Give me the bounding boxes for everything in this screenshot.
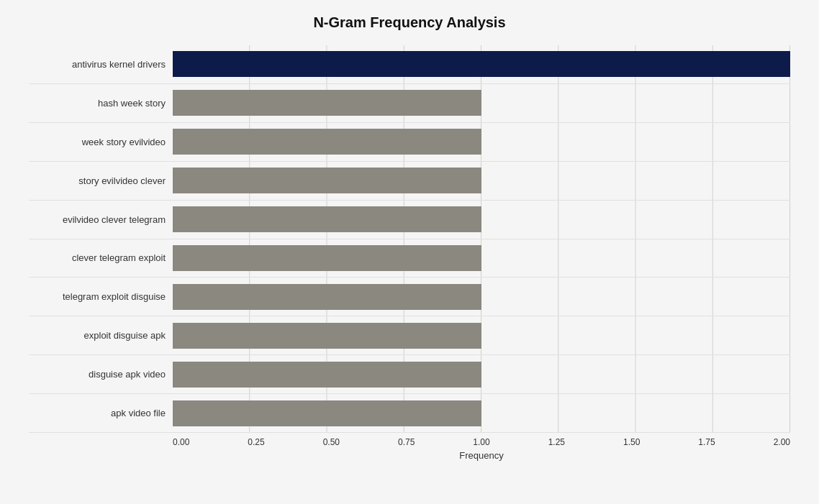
x-tick: 1.00 <box>473 437 489 447</box>
bar <box>173 362 481 388</box>
bar-area <box>173 394 790 432</box>
bar <box>173 206 481 232</box>
x-axis-label: Frequency <box>173 450 790 461</box>
bar <box>173 168 481 193</box>
bar-row: antivirus kernel drivers <box>29 45 790 84</box>
bar-row: evilvideo clever telegram <box>29 201 790 239</box>
chart-container: N-Gram Frequency Analysis antivirus kern… <box>0 0 819 504</box>
bar-row: clever telegram exploit <box>29 239 790 278</box>
bar-label: story evilvideo clever <box>29 175 173 186</box>
bar-label: telegram exploit disguise <box>29 291 173 302</box>
bar-row: disguise apk video <box>29 355 790 394</box>
x-tick: 0.75 <box>398 437 415 447</box>
bar-area <box>173 84 790 122</box>
bar-label: exploit disguise apk <box>29 330 173 341</box>
bar-row: week story evilvideo <box>29 123 790 162</box>
x-tick: 1.75 <box>698 437 715 447</box>
x-tick: 0.00 <box>173 437 189 447</box>
x-tick: 0.25 <box>248 437 264 447</box>
bar-label: apk video file <box>29 408 173 418</box>
chart-area: antivirus kernel drivershash week storyw… <box>29 45 790 461</box>
x-ticks: 0.000.250.500.751.001.251.501.752.00 <box>173 437 790 447</box>
bar-row: story evilvideo clever <box>29 162 790 201</box>
bar-label: evilvideo clever telegram <box>29 214 173 225</box>
x-tick: 1.25 <box>548 437 565 447</box>
bar <box>173 245 481 271</box>
bar-row: telegram exploit disguise <box>29 278 790 316</box>
bar-row: hash week story <box>29 84 790 123</box>
bar-row: exploit disguise apk <box>29 316 790 355</box>
bar <box>173 323 481 349</box>
bar <box>173 400 481 426</box>
bar-area <box>173 201 790 239</box>
bar-label: antivirus kernel drivers <box>29 59 173 70</box>
bar-label: disguise apk video <box>29 369 173 380</box>
chart-title: N-Gram Frequency Analysis <box>29 14 790 31</box>
bar-area <box>173 162 790 200</box>
bar-area <box>173 45 790 83</box>
bar-row: apk video file <box>29 394 790 433</box>
bar-label: week story evilvideo <box>29 137 173 147</box>
bar-label: clever telegram exploit <box>29 252 173 263</box>
bar-label: hash week story <box>29 98 173 109</box>
bar-area <box>173 278 790 316</box>
bar <box>173 129 481 155</box>
bars-grid: antivirus kernel drivershash week storyw… <box>29 45 790 433</box>
bar <box>173 51 790 77</box>
x-tick: 0.50 <box>323 437 340 447</box>
bar-area <box>173 355 790 393</box>
x-tick: 1.50 <box>623 437 640 447</box>
bar-area <box>173 239 790 278</box>
bar <box>173 90 481 116</box>
bar <box>173 284 481 310</box>
x-axis: 0.000.250.500.751.001.251.501.752.00 <box>173 433 790 447</box>
bar-area <box>173 316 790 354</box>
x-tick: 2.00 <box>774 437 790 447</box>
bar-area <box>173 123 790 161</box>
